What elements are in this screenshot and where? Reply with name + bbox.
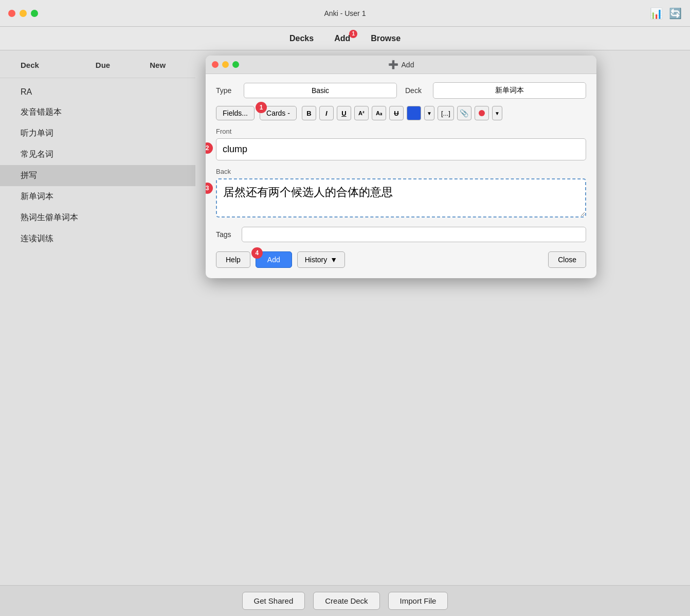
subscript-button[interactable]: A₂ — [372, 106, 386, 120]
special-chars-button[interactable]: [...] — [438, 106, 454, 120]
tags-row: Tags — [216, 227, 586, 242]
sidebar-header: Deck Due New — [0, 61, 195, 78]
deck-select-button[interactable]: 新单词本 — [433, 82, 586, 99]
deck-label: Deck — [405, 86, 425, 95]
add-badge: 1 — [349, 30, 357, 38]
dialog-close-button[interactable] — [212, 61, 219, 68]
bold-button[interactable]: B — [302, 106, 316, 120]
help-button[interactable]: Help — [216, 251, 250, 268]
sidebar-item-liandu[interactable]: 连读训练 — [0, 228, 195, 249]
more-button[interactable]: ▼ — [492, 106, 502, 120]
history-arrow-icon: ▼ — [330, 256, 337, 264]
sync-icon[interactable]: 🔄 — [669, 7, 682, 20]
close-dialog-button[interactable]: Close — [548, 251, 586, 268]
dialog-titlebar: ➕ Add — [206, 56, 596, 74]
add-btn-container: 4 Add — [256, 251, 292, 268]
deck-column-header: Deck — [10, 61, 76, 69]
sidebar-item-xindanci[interactable]: 新单词本 — [0, 186, 195, 207]
type-select-button[interactable]: Basic — [244, 83, 397, 98]
stats-icon[interactable]: 📊 — [650, 7, 663, 20]
back-field-container: 3 居然还有两个候选人的合体的意思 — [216, 178, 586, 227]
main-content: ➕ Add Type Basic Deck 新单词本 Fields... — [195, 50, 690, 585]
import-file-button[interactable]: Import File — [388, 592, 448, 610]
get-shared-button[interactable]: Get Shared — [242, 592, 305, 610]
italic-button[interactable]: I — [319, 106, 334, 120]
front-field-input[interactable] — [216, 138, 586, 160]
record-button[interactable] — [475, 106, 489, 120]
dialog-bottom-row: Help 4 Add History ▼ Close — [216, 251, 586, 268]
due-column-header: Due — [76, 61, 131, 69]
type-label: Type — [216, 86, 235, 95]
add-dialog-icon: ➕ — [388, 60, 398, 69]
step-badge-back: 3 — [206, 183, 213, 194]
window-controls — [8, 10, 38, 17]
underline-button[interactable]: U — [337, 106, 351, 120]
main-toolbar: Decks Add 1 Browse — [0, 27, 690, 50]
dialog-title: ➕ Add — [206, 60, 596, 69]
record-dot — [479, 110, 485, 116]
color-dropdown-button[interactable]: ▼ — [424, 106, 434, 120]
content-area: Deck Due New RA 发音错题本 听力单词 常见名词 拼写 新单词本 … — [0, 50, 690, 585]
add-dialog: ➕ Add Type Basic Deck 新单词本 Fields... — [206, 56, 596, 278]
sidebar: Deck Due New RA 发音错题本 听力单词 常见名词 拼写 新单词本 … — [0, 50, 195, 585]
create-deck-button[interactable]: Create Deck — [313, 592, 379, 610]
back-field-label: Back — [216, 168, 586, 175]
step-badge-cards: 1 — [256, 102, 267, 113]
dialog-window-controls — [212, 61, 239, 68]
decks-button[interactable]: Decks — [289, 34, 314, 43]
superscript-button[interactable]: A² — [354, 106, 369, 120]
maximize-window-button[interactable] — [31, 10, 38, 17]
step-badge-add: 4 — [251, 247, 263, 259]
add-button[interactable]: Add 1 — [334, 34, 350, 43]
dialog-maximize-button[interactable] — [232, 61, 239, 68]
close-window-button[interactable] — [8, 10, 15, 17]
front-field-label: Front — [216, 128, 586, 135]
tags-input[interactable] — [242, 227, 586, 242]
sidebar-item-ra[interactable]: RA — [0, 82, 195, 102]
front-field-container: 2 — [216, 138, 586, 168]
step-badge-front: 2 — [206, 142, 213, 154]
dialog-bottom-left: Help 4 Add History ▼ — [216, 251, 345, 268]
color-button[interactable] — [407, 106, 421, 120]
strikethrough-button[interactable]: U — [389, 106, 404, 120]
mic-button[interactable]: 📎 — [457, 106, 471, 120]
sidebar-item-tinglidan[interactable]: 听力单词 — [0, 123, 195, 144]
minimize-window-button[interactable] — [20, 10, 27, 17]
back-field-input[interactable]: 居然还有两个候选人的合体的意思 — [216, 178, 586, 218]
sidebar-item-fayincuotiben[interactable]: 发音错题本 — [0, 102, 195, 123]
window-title: Anki - User 1 — [324, 9, 366, 17]
tags-label: Tags — [216, 230, 235, 239]
sidebar-item-pinxie[interactable]: 拼写 — [0, 165, 195, 186]
sidebar-item-changjian[interactable]: 常见名词 — [0, 144, 195, 165]
history-button[interactable]: History ▼ — [297, 251, 345, 268]
dialog-body: Type Basic Deck 新单词本 Fields... 1 Cards -… — [206, 74, 596, 278]
type-deck-row: Type Basic Deck 新单词本 — [216, 82, 586, 99]
title-bar: Anki - User 1 📊 🔄 — [0, 0, 690, 27]
cards-badge-container: 1 Cards - — [260, 106, 299, 120]
bottom-bar: Get Shared Create Deck Import File — [0, 585, 690, 616]
title-bar-icons: 📊 🔄 — [650, 7, 682, 20]
fields-button[interactable]: Fields... — [216, 106, 255, 120]
sidebar-item-shucishengpi[interactable]: 熟词生僻单词本 — [0, 207, 195, 228]
new-column-header: New — [130, 61, 185, 69]
dialog-minimize-button[interactable] — [222, 61, 229, 68]
formatting-toolbar: Fields... 1 Cards - B I U A² A₂ U ▼ [...… — [216, 106, 586, 120]
browse-button[interactable]: Browse — [371, 34, 401, 43]
